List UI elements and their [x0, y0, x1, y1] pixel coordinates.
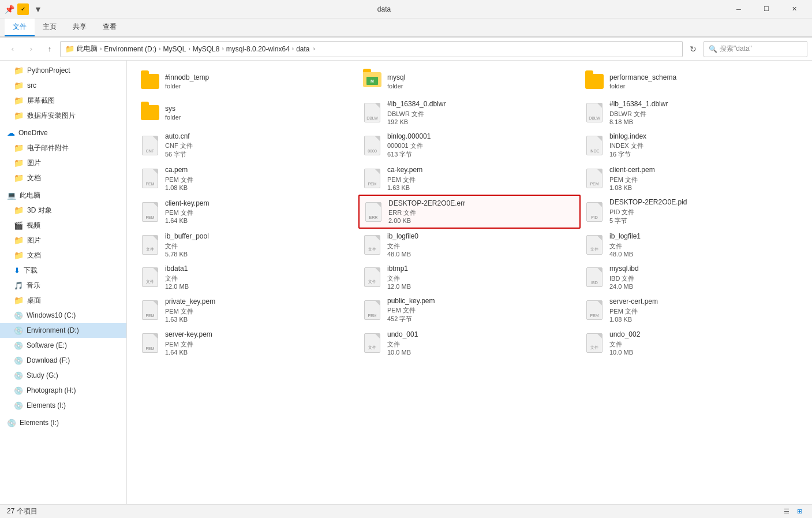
file-icon-container: [585, 70, 604, 93]
file-item[interactable]: PID DESKTOP-2ER2O0E.pid PID 文件 5 字节: [581, 195, 803, 229]
close-button[interactable]: ✕: [781, 0, 807, 18]
address-path[interactable]: 📁 此电脑 › Environment (D:) › MySQL › MySQL…: [60, 41, 683, 57]
refresh-button[interactable]: ↻: [685, 41, 701, 57]
sidebar-item-pictures[interactable]: 📁 图片: [0, 155, 126, 170]
file-info: client-key.pem PEM 文件 1.64 KB: [165, 199, 354, 225]
file-icon-container: PEM: [141, 299, 159, 322]
sidebar-item-documents[interactable]: 📁 文档: [0, 248, 126, 263]
file-item[interactable]: 文件 ib_logfile1 文件 48.0 MB: [581, 229, 803, 261]
maximize-button[interactable]: ☐: [753, 0, 780, 18]
file-name: #ib_16384_0.dblwr: [387, 100, 576, 109]
file-item[interactable]: PEM ca-key.pem PEM 文件 1.63 KB: [358, 162, 581, 195]
file-icon-container: INDE: [585, 134, 604, 157]
sidebar-item-docs[interactable]: 📁 文档: [0, 170, 126, 185]
view-grid-button[interactable]: ⊞: [794, 506, 805, 517]
sidebar-item-desktop[interactable]: 📁 桌面: [0, 293, 126, 308]
download-icon: ⬇: [14, 266, 20, 275]
file-item[interactable]: DBLW #ib_16384_0.dblwr DBLWR 文件 192 KB: [358, 96, 581, 129]
sidebar-item-screenshot[interactable]: 📁 屏幕截图: [0, 93, 126, 108]
file-item[interactable]: 文件 ibdata1 文件 12.0 MB: [136, 261, 358, 293]
sidebar-item-3dobjects[interactable]: 📁 3D 对象: [0, 203, 126, 218]
file-info: ca.pem PEM 文件 1.08 KB: [165, 166, 354, 191]
sidebar-item-emailattach[interactable]: 📁 电子邮件附件: [0, 140, 126, 155]
back-button[interactable]: ‹: [5, 41, 21, 57]
file-item[interactable]: CNF auto.cnf CNF 文件 56 字节: [136, 129, 358, 163]
sidebar-item-thispc[interactable]: 💻 此电脑: [0, 188, 126, 203]
file-item[interactable]: sys folder: [136, 96, 358, 129]
sidebar-label: Study (G:): [27, 371, 58, 379]
title-bar-controls: ─ ☐ ✕: [725, 0, 807, 18]
file-icon-container: 文件: [363, 233, 381, 256]
sidebar-item-downloads[interactable]: ⬇ 下载: [0, 263, 126, 278]
tab-file[interactable]: 文件: [5, 18, 35, 36]
file-item[interactable]: PEM private_key.pem PEM 文件 1.63 KB: [136, 293, 358, 327]
file-info: #innodb_temp folder: [165, 73, 354, 90]
sidebar-item-drivi2[interactable]: 💿 Elements (I:): [0, 415, 126, 430]
file-item[interactable]: M mysql folder: [358, 66, 581, 96]
file-name: sys: [165, 105, 354, 114]
sidebar-item-onedrive[interactable]: ☁ OneDrive: [0, 125, 126, 140]
file-item[interactable]: PEM ca.pem PEM 文件 1.08 KB: [136, 162, 358, 195]
file-item[interactable]: IBD mysql.ibd IBD 文件 24.0 MB: [581, 261, 803, 293]
file-item[interactable]: 0000 binlog.000001 000001 文件 613 字节: [358, 129, 581, 163]
drive-icon: 💿: [7, 419, 16, 427]
path-mysql: MySQL: [163, 45, 186, 53]
tab-share[interactable]: 共享: [65, 18, 95, 36]
folder-icon-path: 📁: [65, 44, 74, 53]
file-icon: 文件: [364, 333, 380, 353]
file-icon: 文件: [586, 235, 603, 255]
sidebar-item-drivd[interactable]: 💿 Environment (D:): [0, 323, 126, 338]
sidebar-item-dbpics[interactable]: 📁 数据库安装图片: [0, 108, 126, 123]
sidebar-item-pics[interactable]: 📁 图片: [0, 233, 126, 248]
sidebar-item-drivg[interactable]: 💿 Study (G:): [0, 368, 126, 383]
file-item[interactable]: ERR DESKTOP-2ER2O0E.err ERR 文件 2.00 KB: [358, 195, 581, 229]
file-item[interactable]: PEM server-cert.pem PEM 文件 1.08 KB: [581, 293, 803, 327]
file-info: undo_001 文件 10.0 MB: [387, 330, 576, 356]
folder-icon: 📁: [14, 158, 24, 167]
file-icon-container: 文件: [363, 331, 381, 355]
minimize-button[interactable]: ─: [725, 0, 752, 18]
file-icon-container: PEM: [141, 331, 159, 355]
file-size: 12.0 MB: [387, 283, 576, 290]
sidebar-item-drive[interactable]: 💿 Software (E:): [0, 338, 126, 353]
file-item[interactable]: 文件 ib_buffer_pool 文件 5.78 KB: [136, 229, 358, 261]
folder-icon: [585, 74, 604, 89]
up-button[interactable]: ↑: [42, 41, 58, 57]
music-icon: 🎵: [14, 281, 23, 290]
sidebar-item-drivf[interactable]: 💿 Download (F:): [0, 353, 126, 368]
file-item[interactable]: 文件 ib_logfile0 文件 48.0 MB: [358, 229, 581, 261]
sidebar-item-drivh[interactable]: 💿 Photograph (H:): [0, 383, 126, 398]
sidebar-item-drivc[interactable]: 💿 Windows10 (C:): [0, 308, 126, 323]
search-box[interactable]: 🔍 搜索"data": [704, 41, 807, 57]
file-item[interactable]: PEM public_key.pem PEM 文件 452 字节: [358, 293, 581, 327]
tab-home[interactable]: 主页: [35, 18, 65, 36]
title-bar: 📌 ✓ ▼ data ─ ☐ ✕: [0, 0, 812, 18]
view-list-button[interactable]: ☰: [781, 506, 792, 517]
file-item[interactable]: #innodb_temp folder: [136, 66, 358, 96]
file-item[interactable]: performance_schema folder: [581, 66, 803, 96]
file-item[interactable]: 文件 undo_002 文件 10.0 MB: [581, 327, 803, 359]
sidebar-item-music[interactable]: 🎵 音乐: [0, 278, 126, 293]
search-placeholder: 搜索"data": [720, 44, 752, 54]
file-icon: 文件: [364, 235, 380, 255]
file-size: 2.00 KB: [388, 217, 575, 224]
file-item[interactable]: 文件 undo_001 文件 10.0 MB: [358, 327, 581, 359]
sidebar-item-src[interactable]: 📁 src: [0, 78, 126, 93]
file-icon: PEM: [586, 300, 603, 320]
file-item[interactable]: 文件 ibtmp1 文件 12.0 MB: [358, 261, 581, 293]
sidebar-item-pythonproject[interactable]: 📁 PythonProject: [0, 63, 126, 78]
path-data: data: [296, 45, 309, 53]
forward-button[interactable]: ›: [23, 41, 39, 57]
file-name: binlog.000001: [387, 132, 576, 141]
file-icon-container: CNF: [141, 134, 159, 157]
file-item[interactable]: PEM server-key.pem PEM 文件 1.64 KB: [136, 327, 358, 359]
file-item[interactable]: PEM client-key.pem PEM 文件 1.64 KB: [136, 195, 358, 229]
file-size: 613 字节: [387, 150, 576, 159]
file-item[interactable]: DBLW #ib_16384_1.dblwr DBLWR 文件 8.18 MB: [581, 96, 803, 129]
file-icon-container: PID: [585, 200, 604, 223]
tab-view[interactable]: 查看: [95, 18, 125, 36]
sidebar-item-video[interactable]: 🎬 视频: [0, 218, 126, 233]
file-item[interactable]: INDE binlog.index INDEX 文件 16 字节: [581, 129, 803, 163]
sidebar-item-drivi[interactable]: 💿 Elements (I:): [0, 398, 126, 413]
file-item[interactable]: PEM client-cert.pem PEM 文件 1.08 KB: [581, 162, 803, 195]
